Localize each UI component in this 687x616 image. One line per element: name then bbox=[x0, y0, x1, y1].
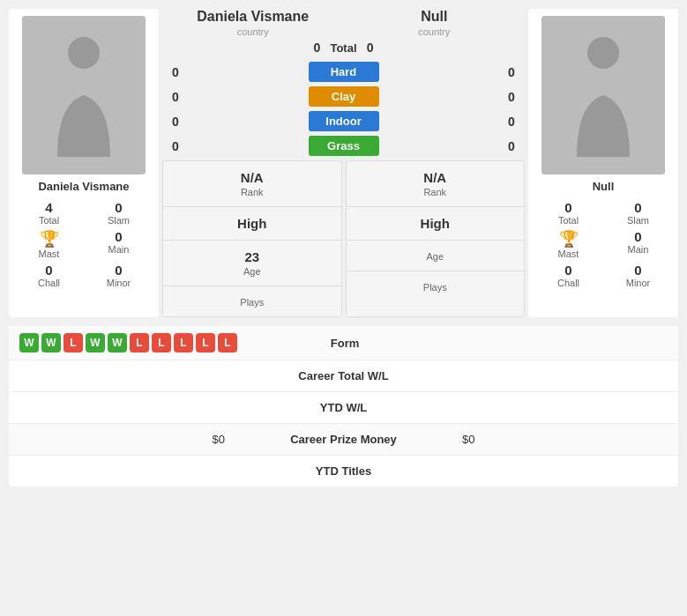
hard-court-btn[interactable]: Hard bbox=[309, 62, 379, 82]
right-main-label: Main bbox=[628, 244, 649, 255]
total-row: 0 Total 0 bbox=[303, 41, 383, 55]
left-chall-stat: 0 Chall bbox=[16, 263, 82, 288]
form-badge-w: W bbox=[86, 333, 105, 353]
right-age-item: Age bbox=[347, 241, 525, 271]
left-chall-label: Chall bbox=[38, 278, 60, 288]
indoor-court-btn[interactable]: Indoor bbox=[309, 111, 379, 131]
left-high-item: High bbox=[163, 207, 341, 241]
left-slam-label: Slam bbox=[108, 215, 130, 226]
right-player-card: Null 0 Total 0 Slam 🏆 Mast 0 Main bbox=[528, 9, 678, 317]
left-age-item: 23 Age bbox=[163, 241, 341, 286]
comparison-section: Daniela Vismane 4 Total 0 Slam 🏆 Mast 0 … bbox=[9, 9, 678, 317]
prize-money-label: Career Prize Money bbox=[243, 433, 444, 446]
right-slam-label: Slam bbox=[627, 215, 649, 226]
right-slam-value: 0 bbox=[634, 200, 641, 215]
indoor-left-score: 0 bbox=[162, 115, 189, 129]
clay-left-score: 0 bbox=[162, 90, 189, 104]
left-high-value: High bbox=[170, 216, 334, 231]
court-rows: 0 Hard 0 0 Clay 0 0 Indoor 0 0 Grass bbox=[162, 62, 525, 160]
right-total-label: Total bbox=[558, 215, 579, 226]
right-minor-label: Minor bbox=[626, 278, 651, 288]
right-country-flag: country bbox=[344, 26, 526, 37]
career-total-label: Career Total W/L bbox=[243, 369, 444, 382]
left-minor-stat: 0 Minor bbox=[86, 263, 152, 288]
grass-right-score: 0 bbox=[498, 139, 525, 153]
form-badge-l: L bbox=[196, 333, 215, 353]
grass-court-btn[interactable]: Grass bbox=[309, 136, 379, 156]
form-badge-l: L bbox=[218, 333, 237, 353]
form-badge-w: W bbox=[41, 333, 61, 353]
right-high-item: High bbox=[347, 207, 525, 241]
right-total-stat: 0 Total bbox=[535, 200, 601, 226]
left-main-label: Main bbox=[108, 244, 130, 255]
right-chall-value: 0 bbox=[564, 263, 571, 278]
clay-court-btn[interactable]: Clay bbox=[309, 86, 379, 107]
form-badge-w: W bbox=[19, 333, 39, 353]
form-badge-l: L bbox=[152, 333, 171, 353]
info-panels-row: N/A Rank High 23 Age Plays bbox=[162, 160, 525, 317]
right-rank-label: Rank bbox=[354, 187, 518, 197]
left-country-flag: country bbox=[162, 26, 344, 37]
left-main-value: 0 bbox=[115, 229, 122, 244]
main-container: Daniela Vismane 4 Total 0 Slam 🏆 Mast 0 … bbox=[0, 0, 687, 495]
right-trophy-icon: 🏆 bbox=[559, 229, 579, 249]
right-main-stat: 0 Main bbox=[605, 229, 671, 259]
hard-left-score: 0 bbox=[162, 65, 189, 79]
prize-money-row: $0 Career Prize Money $0 bbox=[9, 424, 678, 456]
right-chall-stat: 0 Chall bbox=[535, 263, 601, 288]
left-player-stats: 4 Total 0 Slam 🏆 Mast 0 Main 0 Chall bbox=[16, 200, 152, 288]
total-center-label: Total bbox=[330, 41, 356, 55]
form-badge-l: L bbox=[174, 333, 193, 353]
middle-section: Daniela Vismane country Null country 0 T… bbox=[159, 9, 528, 317]
form-badge-w: W bbox=[108, 333, 127, 353]
form-row: WWLWWLLLLL Form bbox=[9, 326, 678, 360]
right-minor-stat: 0 Minor bbox=[605, 263, 671, 288]
left-main-stat: 0 Main bbox=[86, 229, 152, 259]
left-total-label: Total bbox=[39, 215, 59, 226]
right-plays-item: Plays bbox=[347, 271, 525, 301]
left-player-card: Daniela Vismane 4 Total 0 Slam 🏆 Mast 0 … bbox=[9, 9, 159, 317]
left-rank-value: N/A bbox=[170, 170, 334, 185]
left-chall-value: 0 bbox=[45, 263, 52, 278]
left-slam-value: 0 bbox=[115, 200, 122, 215]
prize-money-left: $0 bbox=[23, 433, 243, 446]
right-main-value: 0 bbox=[634, 229, 641, 244]
left-slam-stat: 0 Slam bbox=[86, 200, 152, 226]
left-info-panel: N/A Rank High 23 Age Plays bbox=[162, 160, 342, 317]
grass-left-score: 0 bbox=[162, 139, 189, 153]
right-player-stats: 0 Total 0 Slam 🏆 Mast 0 Main 0 Chall bbox=[535, 200, 671, 288]
form-badge-l: L bbox=[63, 333, 83, 353]
left-total-stat: 4 Total bbox=[16, 200, 82, 226]
left-total-value: 4 bbox=[45, 200, 52, 215]
ytd-titles-row: YTD Titles bbox=[9, 456, 678, 486]
hard-right-score: 0 bbox=[498, 65, 525, 79]
left-plays-item: Plays bbox=[163, 286, 341, 316]
player-header-row: Daniela Vismane country Null country bbox=[162, 9, 525, 37]
ytd-wl-label: YTD W/L bbox=[243, 401, 444, 414]
right-info-panel: N/A Rank High Age Plays bbox=[346, 160, 526, 317]
svg-point-0 bbox=[68, 37, 100, 69]
left-age-label: Age bbox=[170, 266, 334, 277]
right-plays-label: Plays bbox=[354, 282, 518, 293]
right-player-name: Null bbox=[593, 180, 615, 193]
left-minor-label: Minor bbox=[107, 278, 131, 288]
left-plays-label: Plays bbox=[170, 297, 334, 308]
total-left-score: 0 bbox=[303, 41, 330, 55]
left-player-name: Daniela Vismane bbox=[38, 180, 129, 193]
form-badges: WWLWWLLLLL bbox=[19, 333, 237, 353]
left-age-value: 23 bbox=[170, 249, 334, 264]
right-mast-label: Mast bbox=[558, 249, 579, 259]
left-player-avatar bbox=[22, 16, 146, 174]
ytd-titles-label: YTD Titles bbox=[236, 464, 450, 478]
clay-right-score: 0 bbox=[498, 90, 525, 104]
form-label: Form bbox=[237, 337, 452, 350]
ytd-wl-row: YTD W/L bbox=[9, 392, 678, 424]
right-rank-item: N/A Rank bbox=[347, 161, 525, 207]
svg-point-1 bbox=[587, 37, 619, 69]
total-right-score: 0 bbox=[357, 41, 384, 55]
bottom-section: WWLWWLLLLL Form Career Total W/L YTD W/L… bbox=[9, 326, 678, 486]
indoor-right-score: 0 bbox=[498, 115, 525, 129]
right-age-label: Age bbox=[354, 251, 518, 262]
hard-court-row: 0 Hard 0 bbox=[162, 62, 525, 82]
right-header-name: Null bbox=[344, 9, 526, 25]
